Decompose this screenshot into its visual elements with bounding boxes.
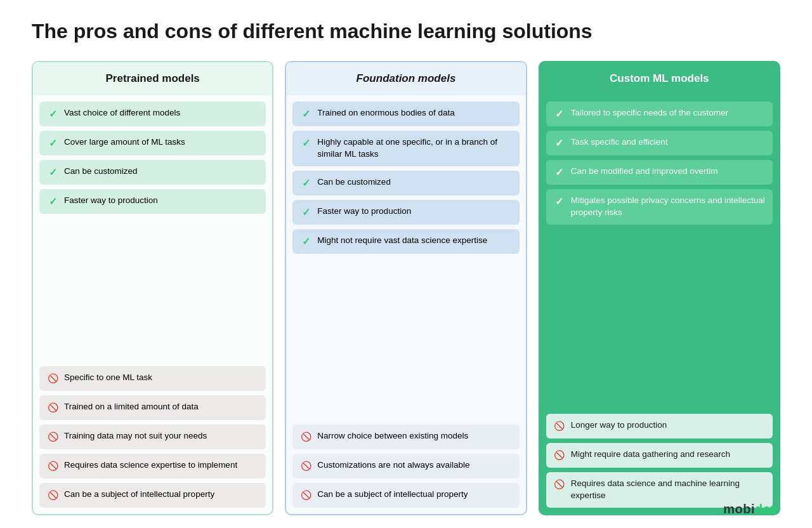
page-title: The pros and cons of different machine l… [32,19,780,43]
no-icon: 🚫 [46,431,59,444]
list-item: ✓Can be customized [292,171,519,195]
list-item: ✓Cover large amount of ML tasks [39,131,266,155]
pretrained-cons: 🚫Specific to one ML task🚫Trained on a li… [39,366,266,508]
no-icon: 🚫 [46,489,59,502]
check-icon: ✓ [299,235,312,248]
list-item: ✓Vast choice of different models [39,102,266,126]
foundation-cons: 🚫Narrow choice between existing models🚫C… [292,425,519,508]
item-text: Highly capable at one specific, or in a … [317,136,512,161]
column-pretrained: Pretrained models ✓Vast choice of differ… [32,61,273,515]
no-icon: 🚫 [46,373,59,385]
item-text: Vast choice of different models [64,107,259,119]
list-item: 🚫Narrow choice between existing models [292,425,519,449]
list-item: 🚫Can be a subject of intellectual proper… [292,483,519,508]
list-item: ✓Highly capable at one specific, or in a… [292,131,519,166]
item-text: Cover large amount of ML tasks [64,136,259,148]
list-item: ✓Mitigates possible privacy concerns and… [546,189,773,225]
check-icon: ✓ [299,137,312,150]
list-item: ✓Tailored to specific needs of the custo… [546,102,773,126]
check-icon: ✓ [553,108,566,121]
item-text: Longer way to production [571,419,766,432]
item-text: Requires data science and machine learni… [571,478,766,502]
item-text: Training data may not suit your needs [64,430,259,442]
item-text: Might require data gathering and researc… [571,449,766,461]
list-item: 🚫Requires data science expertise to impl… [39,454,266,478]
pretrained-body: ✓Vast choice of different models✓Cover l… [33,95,272,514]
no-icon: 🚫 [299,460,312,473]
check-icon: ✓ [46,108,59,121]
custom-cons: 🚫Longer way to production🚫Might require … [546,414,773,508]
no-icon: 🚫 [299,489,312,502]
no-icon: 🚫 [299,431,312,444]
no-icon: 🚫 [553,449,566,462]
check-icon: ✓ [46,195,59,208]
list-item: 🚫Longer way to production [546,414,773,439]
list-item: ✓Faster way to production [292,200,519,225]
item-text: Trained on enormous bodies of data [317,107,512,119]
list-item: 🚫Might require data gathering and resear… [546,443,773,468]
list-item: 🚫Can be a subject of intellectual proper… [39,483,266,508]
item-text: Can be customized [317,176,512,188]
no-icon: 🚫 [46,460,59,473]
pretrained-header: Pretrained models [33,62,272,95]
list-item: ✓Can be customized [39,160,266,185]
check-icon: ✓ [553,166,566,179]
column-custom: Custom ML models ✓Tailored to specific n… [539,61,780,515]
item-text: Might not require vast data science expe… [317,235,512,247]
check-icon: ✓ [553,195,566,208]
foundation-pros: ✓Trained on enormous bodies of data✓High… [292,102,519,254]
check-icon: ✓ [553,137,566,150]
list-item: 🚫Customizations are not always available [292,454,519,478]
item-text: Narrow choice between existing models [317,430,512,442]
list-item: ✓Task specific and efficient [546,131,773,155]
list-item: ✓Can be modified and improved overtim [546,160,773,185]
item-text: Faster way to production [64,195,259,207]
list-item: 🚫Trained on a limited amount of data [39,395,266,420]
list-item: ✓Faster way to production [39,189,266,214]
no-icon: 🚫 [553,478,566,491]
custom-body: ✓Tailored to specific needs of the custo… [540,95,779,514]
brand-logo: mobidev [723,502,778,517]
foundation-body: ✓Trained on enormous bodies of data✓High… [286,95,525,514]
check-icon: ✓ [46,137,59,150]
list-item: ✓Might not require vast data science exp… [292,229,519,254]
item-text: Specific to one ML task [64,372,259,384]
no-icon: 🚫 [553,420,566,433]
item-text: Can be a subject of intellectual propert… [317,489,512,501]
check-icon: ✓ [299,177,312,190]
no-icon: 🚫 [46,402,59,414]
check-icon: ✓ [46,166,59,179]
check-icon: ✓ [299,206,312,219]
item-text: Trained on a limited amount of data [64,401,259,413]
item-text: Mitigates possible privacy concerns and … [571,195,766,219]
list-item: ✓Trained on enormous bodies of data [292,102,519,126]
list-item: 🚫Training data may not suit your needs [39,425,266,449]
item-text: Requires data science expertise to imple… [64,459,259,472]
custom-pros: ✓Tailored to specific needs of the custo… [546,102,773,225]
list-item: 🚫Specific to one ML task [39,366,266,391]
item-text: Can be customized [64,166,259,178]
pretrained-pros: ✓Vast choice of different models✓Cover l… [39,102,266,214]
item-text: Customizations are not always available [317,459,512,472]
check-icon: ✓ [299,108,312,121]
item-text: Can be a subject of intellectual propert… [64,489,259,501]
item-text: Task specific and efficient [571,136,766,148]
column-foundation: Foundation models ✓Trained on enormous b… [285,61,527,515]
foundation-header: Foundation models [286,62,525,95]
custom-header: Custom ML models [540,62,779,95]
item-text: Can be modified and improved overtim [571,166,766,178]
item-text: Faster way to production [317,206,512,218]
columns-container: Pretrained models ✓Vast choice of differ… [32,61,780,515]
item-text: Tailored to specific needs of the custom… [571,107,766,119]
